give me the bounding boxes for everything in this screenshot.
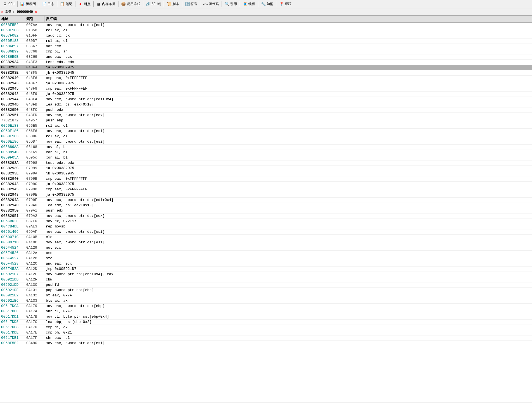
table-row[interactable]: 00382945048F8cmp eax, 0xFFFFFFEF <box>0 86 532 92</box>
index-cell: 056E6 <box>25 129 45 134</box>
toolbar-log-label: 日志 <box>48 2 54 6</box>
index-cell: 079A0 <box>25 203 45 208</box>
index-cell: 0A17D <box>25 325 45 330</box>
table-row[interactable]: 0059F05A0695cxor al, bl <box>0 155 532 160</box>
table-row[interactable]: 0038293C048F4ja 0x00382975 <box>0 65 532 70</box>
table-row[interactable]: 0038294D079A0lea edx, ds:[eax+0x10] <box>0 203 532 208</box>
table-row[interactable]: 005921D70A12Emov dword ptr ss:[ebp+0x4],… <box>0 272 532 277</box>
table-row[interactable]: 0060E186056E6mov eax, dword ptr ds:[esi] <box>0 129 532 134</box>
toolbar-source[interactable]: <> 源代码 <box>201 1 220 7</box>
table-row[interactable]: 00382951079A2mov eax, dword ptr ds:[ecx] <box>0 214 532 219</box>
table-row[interactable]: 005921DB0A12Fcbw <box>0 277 532 282</box>
table-row[interactable]: 0038293E0799Ajb 0x00382945 <box>0 171 532 176</box>
toolbar-sehchain[interactable]: 🔗 SEH链 <box>144 1 163 7</box>
table-row[interactable]: 7782187204957push ebp <box>0 118 532 123</box>
table-row[interactable]: 004CB4DE09AE3rep movsb <box>0 224 532 229</box>
address-cell: 0038293A <box>0 60 25 65</box>
table-row[interactable]: 003829480799Eja 0x00382975 <box>0 192 532 198</box>
table-row[interactable]: 00382940048F6cmp eax, 0xFFFFFFFF <box>0 76 532 81</box>
table-row[interactable]: 00617DD10A17Bmov cl, byte ptr ss:[ebp+0x… <box>0 314 532 320</box>
table-row[interactable]: 0038293E048F5jb 0x00382945 <box>0 70 532 76</box>
table-row[interactable]: 00617DCE0A17Ashr cl, 0xF7 <box>0 309 532 314</box>
table-row[interactable]: 00586B9703C67not ecx <box>0 44 532 49</box>
toolbar-symbol[interactable]: 🔣 符号 <box>183 1 199 7</box>
toolbar-breakpoints[interactable]: ● 断点 <box>77 1 92 7</box>
toolbar-memlayout[interactable]: ▦ 内存布局 <box>95 1 117 7</box>
table-row[interactable]: 0057F08201DFFxadd cx, cx <box>0 33 532 39</box>
close-icon-left[interactable]: ✕ <box>1 9 3 14</box>
index-cell: 030D7 <box>25 39 45 44</box>
table-row[interactable]: 0060140609DAFmov eax, dword ptr ds:[esi] <box>0 229 532 235</box>
asm-cell: mov eax, dword ptr ds:[esi] <box>45 129 532 134</box>
table-row[interactable]: 003829430799Cja 0x00382975 <box>0 182 532 187</box>
disasm-container[interactable]: 0058F5B2007AAmov eax, dword ptr ds:[esi]… <box>0 23 532 402</box>
table-row[interactable]: 003829400799Bcmp eax, 0xFFFFFFFF <box>0 176 532 182</box>
table-row[interactable]: 005F45270A12Bstc <box>0 256 532 261</box>
table-row[interactable]: 0060071D0A10Cmov eax, dword ptr ds:[esi] <box>0 240 532 245</box>
toolbar-trace[interactable]: 📍 跟踪 <box>277 1 293 7</box>
toolbar-notes[interactable]: 📋 笔记 <box>58 1 74 7</box>
table-row[interactable]: 005921E20A132bt eax, 0x7F <box>0 293 532 298</box>
table-row[interactable]: 00617DD50A17Clea ebp, ss:[ebp-0x2] <box>0 320 532 325</box>
table-row[interactable]: 0058F5B2007AAmov eax, dword ptr ds:[esi] <box>0 23 532 28</box>
toolbar-callstack[interactable]: 📦 调用堆栈 <box>120 1 142 7</box>
table-row[interactable]: 0038293A048F3test edx, edx <box>0 60 532 65</box>
table-row[interactable]: 005921DD0A130pushfd <box>0 282 532 288</box>
table-row[interactable]: 00586B9B03C69and eax, ecx <box>0 54 532 60</box>
toolbar-handles[interactable]: 🔧 句柄 <box>259 1 275 7</box>
table-row[interactable]: 00382950079A1push edx <box>0 208 532 214</box>
table-row[interactable]: 0060E183030D7rcl ax, cl <box>0 39 532 44</box>
table-row[interactable]: 0038293A07998test edx, edx <box>0 160 532 166</box>
table-row[interactable]: 005F45260A12Acmc <box>0 251 532 256</box>
table-row[interactable]: 00382948048F9ja 0x00382975 <box>0 92 532 97</box>
table-row[interactable]: 0060E183056E5rcl ax, cl <box>0 123 532 129</box>
table-row[interactable]: 005CB02E087EDmov cx, 0x2E17 <box>0 219 532 224</box>
table-row[interactable]: 003829450799Dcmp eax, 0xFFFFFFEF <box>0 187 532 192</box>
sep7 <box>143 1 143 7</box>
toolbar-cpu[interactable]: 🖥 CPU <box>1 1 16 7</box>
table-row[interactable]: 0058F5B20B490mov eax, dword ptr ds:[esi] <box>0 341 532 346</box>
toolbar-script[interactable]: 📜 脚本 <box>165 1 181 7</box>
table-row[interactable]: 0060E18301358rcl ax, cl <box>0 28 532 33</box>
table-row[interactable]: 005889AC06169xor al, bl <box>0 150 532 155</box>
table-row[interactable]: 00617DCA0A179mov eax, dword ptr ss:[ebp] <box>0 304 532 309</box>
table-row[interactable]: 00382943048F7ja 0x00382975 <box>0 81 532 86</box>
table-row[interactable]: 005921E60A133bts ax, ax <box>0 298 532 304</box>
table-row[interactable]: 00586B9903C68cmp bl, ah <box>0 49 532 54</box>
flowgraph-icon: 📊 <box>20 2 25 6</box>
address-cell: 0060071D <box>0 240 25 245</box>
script-icon: 📜 <box>167 2 171 6</box>
table-row[interactable]: 0038294A0799Fmov ecx, dword ptr ds:[edi+… <box>0 198 532 203</box>
table-row[interactable]: 0060E18605DD7mov eax, dword ptr ds:[esi] <box>0 139 532 145</box>
table-row[interactable]: 00382951048FDmov eax, dword ptr ds:[ecx] <box>0 113 532 118</box>
table-row[interactable]: 005F452A0A12Djmp 0x005921D7 <box>0 267 532 272</box>
asm-cell: mov eax, dword ptr ds:[ecx] <box>45 113 532 118</box>
address-cell: 0038294D <box>0 203 25 208</box>
table-row[interactable]: 00382950048FCpush edx <box>0 107 532 113</box>
table-row[interactable]: 005889AA06168mov cl, bh <box>0 145 532 150</box>
table-row[interactable]: 005F45240A129not ecx <box>0 245 532 251</box>
toolbar-log[interactable]: 📄 日志 <box>40 1 56 7</box>
table-row[interactable]: 00617DE10A17Fshr eax, cl <box>0 335 532 341</box>
close-icon-right[interactable]: ✕ <box>35 9 37 14</box>
table-row[interactable]: 00617DDE0A17Ecmp bh, 0x21 <box>0 330 532 335</box>
toolbar-script-label: 脚本 <box>172 2 179 6</box>
table-row[interactable]: 005921DE0A131pop dword ptr ss:[ebp] <box>0 288 532 293</box>
index-cell: 079A2 <box>25 214 45 219</box>
table-row[interactable]: 005F45280A12Cand eax, ecx <box>0 261 532 267</box>
toolbar-references[interactable]: 🔍 引用 <box>223 1 239 7</box>
table-row[interactable]: 0060071C0A10Bclc <box>0 235 532 240</box>
asm-cell: cmp bl, ah <box>45 49 532 54</box>
toolbar-threads[interactable]: 🧵 线程 <box>241 1 257 7</box>
table-row[interactable]: 0060E18305DD6rcl ax, cl <box>0 134 532 139</box>
index-cell: 048FA <box>25 97 45 102</box>
table-row[interactable]: 0038294D048FBlea edx, ds:[eax+0x10] <box>0 102 532 107</box>
table-row[interactable]: 00617DD80A17Dcmp di, cx <box>0 325 532 330</box>
table-row[interactable]: 0038294A048FAmov ecx, dword ptr ds:[edi+… <box>0 97 532 102</box>
address-cell: 77821872 <box>0 118 25 123</box>
index-cell: 0A17F <box>25 335 45 340</box>
table-row[interactable]: 0038293C07999ja 0x00382975 <box>0 166 532 171</box>
index-cell: 0A17B <box>25 314 45 319</box>
toolbar-flowgraph[interactable]: 📊 流程图 <box>19 1 38 7</box>
asm-cell: cmp eax, 0xFFFFFFEF <box>45 86 532 91</box>
